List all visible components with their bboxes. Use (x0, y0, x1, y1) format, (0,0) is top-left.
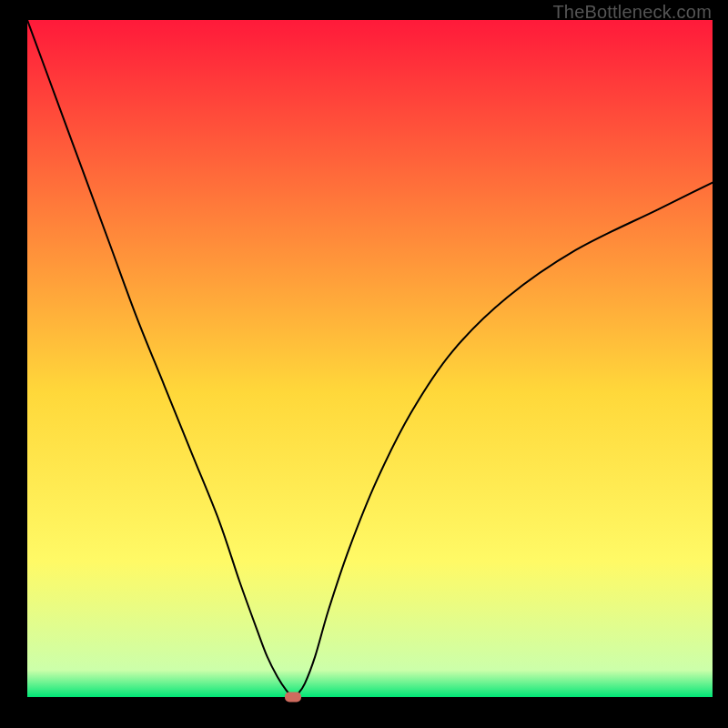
chart-background-gradient (27, 20, 713, 697)
chart-plot-area (27, 20, 713, 697)
chart-svg (27, 20, 713, 697)
watermark-text: TheBottleneck.com (552, 2, 712, 23)
optimal-point-marker (285, 693, 301, 703)
